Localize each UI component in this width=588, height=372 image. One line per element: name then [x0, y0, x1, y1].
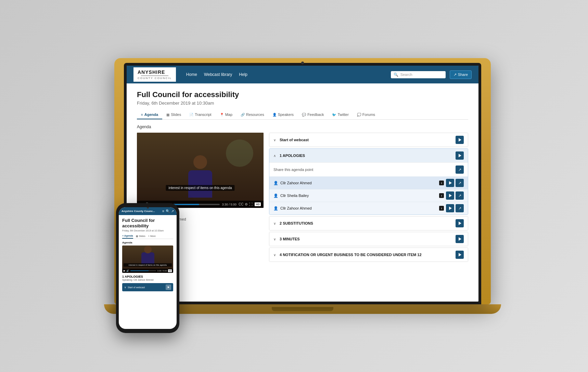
phone-start-play-btn[interactable] — [166, 284, 171, 290]
speaker-2-info-badge[interactable]: i — [439, 193, 444, 198]
speaker-1-play-btn[interactable] — [446, 179, 454, 187]
phone-agenda-item-title: 1 APOLOGIES — [122, 275, 173, 278]
agenda-icon: ≡ — [141, 113, 143, 117]
speaker-1-share-btn[interactable]: ↗ — [456, 179, 464, 187]
phone-search-icon[interactable]: 🔍 — [166, 209, 170, 213]
video-player: interest in respect of items on this age… — [137, 133, 264, 208]
share-button[interactable]: ↗ Share — [450, 70, 472, 79]
speaker-3-share-btn[interactable]: ↗ — [456, 204, 464, 212]
nav-help[interactable]: Help — [239, 72, 247, 77]
fullscreen-icon[interactable]: ⛶ — [249, 202, 253, 206]
speaker-1-actions: ↗ — [446, 179, 464, 187]
website: ANYSHIRE COUNTY COUNCIL Home Webcast lib… — [127, 66, 478, 302]
speaker-2-icon: 👤 — [273, 194, 278, 198]
twitter-icon: 🐦 — [332, 113, 336, 117]
tab-transcript[interactable]: 📄 Transcript — [185, 110, 216, 119]
phone-hd-badge: HD — [168, 269, 172, 272]
transcript-icon: 📄 — [189, 113, 193, 117]
phone-progress-bar[interactable] — [130, 270, 156, 271]
speaker-3-icon: 👤 — [273, 206, 278, 211]
main-layout: interest in respect of items on this age… — [137, 133, 468, 300]
speaker-3-info-badge[interactable]: i — [439, 206, 444, 211]
navbar: ANYSHIRE COUNTY COUNCIL Home Webcast lib… — [127, 66, 478, 83]
tab-slides[interactable]: ▦ Slides — [162, 110, 185, 119]
notification-play-button[interactable] — [456, 251, 464, 259]
speaker-3-play-btn[interactable] — [446, 204, 454, 212]
search-input[interactable]: Search — [400, 72, 412, 77]
tab-agenda[interactable]: ≡ Agenda — [137, 110, 162, 119]
tab-feedback[interactable]: 💬 Feedback — [298, 110, 328, 119]
phone-page-title: Full Council for accessibility — [122, 218, 173, 228]
speaker-1-play-tri — [449, 181, 452, 185]
speaker-2-play-tri — [449, 194, 452, 197]
agenda-item-1-header[interactable]: ∧ 1 APOLOGIES — [269, 149, 468, 162]
apologies-title: 1 APOLOGIES — [280, 154, 453, 158]
minutes-play-button[interactable] — [456, 235, 464, 243]
notification-title: 4 NOTIFICATION OR URGENT BUSINESS TO BE … — [280, 253, 453, 257]
tab-forums[interactable]: 💭 Forums — [353, 110, 379, 119]
start-play-button[interactable] — [456, 136, 464, 144]
phone-nav-title: Anyshire County Counc... — [122, 210, 161, 213]
phone-start-webcast-row[interactable]: ∨ Start of webcast — [122, 283, 173, 291]
agenda-item-2: ∨ 2 SUBSTITUTIONS — [269, 216, 468, 230]
speaker-3-name: Cllr Zahoor Ahmed — [280, 206, 437, 210]
nav-links: Home Webcast library Help — [186, 72, 247, 77]
notification-chevron-icon: ∨ — [273, 253, 278, 257]
start-chevron-icon: ∨ — [273, 138, 278, 142]
page-date: Friday, 6th December 2019 at 10:30am — [137, 101, 468, 106]
apologies-chevron-icon: ∧ — [273, 154, 278, 158]
forums-icon: 💭 — [357, 113, 361, 117]
phone-tab-slides[interactable]: ▦ Slides — [136, 235, 145, 239]
substitutions-play-button[interactable] — [456, 219, 464, 227]
phone-progress-fill — [130, 270, 149, 271]
hd-badge: HD — [255, 202, 261, 206]
phone-start-text: Start of webcast — [128, 286, 164, 289]
phone-share-icon[interactable]: ↗ — [171, 209, 174, 213]
speaker-1-info-badge[interactable]: i — [439, 181, 444, 185]
search-icon: 🔍 — [394, 72, 398, 77]
speaker-2-play-btn[interactable] — [446, 191, 454, 200]
phone-person-head — [144, 246, 152, 253]
tab-resources[interactable]: 🔗 Resources — [237, 110, 268, 119]
phone-menu-icon[interactable]: ≡ — [162, 209, 164, 213]
agenda-item-4: ∨ 4 NOTIFICATION OR URGENT BUSINESS TO B… — [269, 248, 468, 262]
phone-content: Full Council for accessibility Friday, 6… — [119, 215, 177, 329]
speaker-1-name: Cllr Zahoor Ahmed — [280, 181, 437, 185]
phone-notch — [138, 203, 158, 207]
share-point-row: Share this agenda point ↗ — [269, 162, 468, 176]
laptop-notch — [272, 307, 333, 311]
tab-map[interactable]: 📍 Map — [216, 110, 237, 119]
map-icon: 📍 — [220, 113, 224, 117]
phone-video-caption: interest in respect of items on this age… — [124, 263, 172, 267]
speaker-2-share-btn[interactable]: ↗ — [456, 191, 464, 200]
video-caption: interest in respect of items on this age… — [166, 185, 234, 191]
agenda-item-2-header[interactable]: ∨ 2 SUBSTITUTIONS — [269, 216, 468, 230]
speaker-row-3: 👤 Cllr Zahoor Ahmed i ↗ — [269, 202, 468, 214]
agenda-item-3-header[interactable]: ∨ 3 MINUTES — [269, 232, 468, 246]
nav-webcast-library[interactable]: Webcast library — [204, 72, 232, 77]
settings-icon[interactable]: ⚙ — [245, 202, 248, 206]
nav-home[interactable]: Home — [186, 72, 197, 77]
apologies-play-button[interactable] — [456, 151, 464, 160]
slides-icon: ▦ — [166, 113, 169, 117]
phone-tab-agenda[interactable]: ≡ Agenda — [122, 235, 133, 239]
agenda-item-start-header[interactable]: ∨ Start of webcast — [269, 133, 468, 147]
agenda-item-4-header[interactable]: ∨ 4 NOTIFICATION OR URGENT BUSINESS TO B… — [269, 248, 468, 262]
logo-subtitle: COUNTY COUNCIL — [138, 77, 172, 80]
phone-tab-more[interactable]: + More — [148, 235, 156, 239]
substitutions-title: 2 SUBSTITUTIONS — [280, 221, 453, 225]
share-point-text: Share this agenda point — [273, 168, 456, 172]
phone-volume-icon[interactable]: 🔊 — [126, 269, 129, 272]
speaker-3-play-tri — [449, 207, 452, 210]
tab-twitter[interactable]: 🐦 Twitter — [328, 110, 353, 119]
search-box[interactable]: 🔍 Search — [391, 71, 446, 78]
tab-speakers[interactable]: 👤 Speakers — [268, 110, 298, 119]
agenda-item-1: ∧ 1 APOLOGIES Share this agenda point — [269, 148, 468, 215]
phone-tabs: ≡ Agenda ▦ Slides + More — [122, 235, 173, 239]
phone-play-btn[interactable]: ▶ — [124, 269, 125, 272]
substitutions-play-triangle — [459, 222, 461, 225]
speaker-1-icon: 👤 — [273, 181, 278, 185]
share-point-button[interactable]: ↗ — [456, 165, 464, 174]
logo-divider — [141, 76, 168, 76]
cc-icon[interactable]: CC — [239, 202, 243, 206]
